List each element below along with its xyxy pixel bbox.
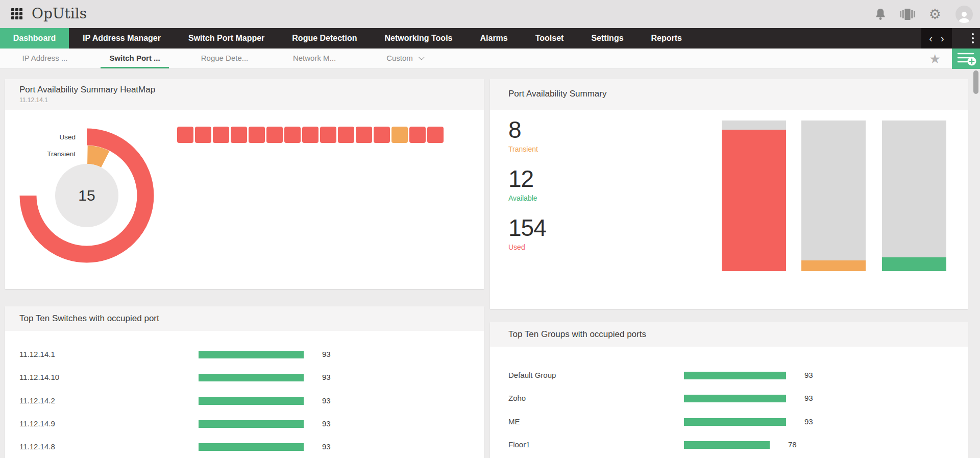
heatmap-cell-2-used bbox=[195, 127, 211, 143]
bar-row-value: 93 bbox=[804, 370, 813, 381]
bar-row-label: 11.12.14.1 bbox=[19, 349, 55, 360]
bar-row-label: 11.12.14.8 bbox=[19, 441, 55, 452]
bar-row-bar bbox=[684, 372, 786, 379]
bar-row-value: 93 bbox=[322, 395, 331, 406]
heatmap-cell-6-used bbox=[266, 127, 283, 143]
bar-row-label: Default Group bbox=[508, 370, 556, 381]
bar-row-bar bbox=[199, 443, 304, 451]
nav-kebab-menu-icon[interactable] bbox=[972, 28, 974, 49]
nav-tab-switch-port-mapper[interactable]: Switch Port Mapper bbox=[175, 28, 278, 49]
nav-next-chevron-icon[interactable]: › bbox=[941, 33, 944, 43]
main-nav-tabs: DashboardIP Address ManagerSwitch Port M… bbox=[0, 28, 696, 49]
bar-row-label: Floor1 bbox=[508, 439, 530, 450]
add-dashboard-button[interactable] bbox=[952, 49, 980, 69]
panel-title: Top Ten Switches with occupied port bbox=[19, 314, 484, 324]
bar-row-value: 93 bbox=[322, 372, 331, 383]
bar-row-bar bbox=[199, 420, 304, 428]
panel-subtitle: 11.12.14.1 bbox=[19, 97, 484, 104]
nav-tab-alarms[interactable]: Alarms bbox=[466, 28, 521, 49]
heatmap-cell-15-used bbox=[427, 127, 444, 143]
bar-row-bar bbox=[199, 374, 304, 381]
nav-tab-ip-address-manager[interactable]: IP Address Manager bbox=[69, 28, 175, 49]
dashboard-subnav-tabs: IP Address ...Switch Port ...Rogue Dete.… bbox=[0, 49, 980, 68]
vbar-fill-used bbox=[722, 130, 786, 271]
heatmap-cell-13-transient bbox=[391, 127, 408, 143]
bar-row-label: 11.12.14.9 bbox=[19, 418, 55, 429]
heatmap-cell-14-used bbox=[409, 127, 426, 143]
heatmap-cell-12-used bbox=[374, 127, 390, 143]
subnav-tab-rogue-dete[interactable]: Rogue Dete... bbox=[180, 49, 270, 68]
vbar-track-transient bbox=[801, 120, 866, 271]
subnav-tab-switch-port[interactable]: Switch Port ... bbox=[90, 49, 180, 68]
nav-prev-chevron-icon[interactable]: ‹ bbox=[929, 33, 933, 43]
vbar-track-used bbox=[722, 120, 786, 271]
heatmap-cells bbox=[177, 127, 444, 143]
donut-legend-transient: Transient bbox=[47, 150, 76, 158]
vbar-fill-transient bbox=[801, 260, 866, 271]
panel-title: Port Availability Summary HeatMap bbox=[19, 85, 484, 95]
heatmap-cell-4-used bbox=[231, 127, 247, 143]
bar-row-11-12-14-9: 11.12.14.993 bbox=[5, 418, 484, 429]
heatmap-cell-3-used bbox=[213, 127, 229, 143]
bar-row-value: 93 bbox=[322, 418, 331, 429]
nav-tab-reports[interactable]: Reports bbox=[638, 28, 696, 49]
summary-vertical-bars bbox=[490, 110, 968, 309]
settings-gear-icon[interactable]: ⚙ bbox=[929, 7, 941, 21]
panel-port-availability-heatmap: Port Availability Summary HeatMap 11.12.… bbox=[5, 79, 484, 289]
bar-row-value: 78 bbox=[788, 439, 797, 450]
bar-row-bar bbox=[684, 441, 770, 449]
bar-row-default-group: Default Group93 bbox=[490, 370, 968, 381]
bar-row-value: 93 bbox=[804, 393, 813, 404]
heatmap-cell-8-used bbox=[302, 127, 318, 143]
vbar-track-available bbox=[882, 120, 946, 271]
nav-tab-settings[interactable]: Settings bbox=[577, 28, 637, 49]
nav-pager: ‹ › bbox=[921, 28, 952, 49]
bar-row-zoho: Zoho93 bbox=[490, 393, 968, 404]
heatmap-cell-1-used bbox=[177, 127, 193, 143]
heatmap-cell-10-used bbox=[338, 127, 354, 143]
bar-row-bar bbox=[684, 418, 786, 426]
heatmap-cell-5-used bbox=[249, 127, 265, 143]
custom-dropdown-chevron-icon bbox=[419, 55, 424, 60]
favorite-star-icon[interactable]: ★ bbox=[929, 52, 941, 66]
bar-row-me: ME93 bbox=[490, 416, 968, 427]
panel-port-availability-summary: Port Availability Summary 8 Transient 12… bbox=[490, 79, 968, 309]
donut-center-total: 15 bbox=[78, 187, 95, 204]
panel-title: Top Ten Groups with occupied ports bbox=[508, 329, 968, 340]
heatmap-cell-9-used bbox=[320, 127, 336, 143]
dashboard-content: Port Availability Summary HeatMap 11.12.… bbox=[0, 69, 980, 458]
bar-row-label: ME bbox=[508, 416, 520, 427]
nav-tab-toolset[interactable]: Toolset bbox=[522, 28, 578, 49]
notifications-bell-icon[interactable] bbox=[875, 8, 886, 20]
switches-bar-list: 11.12.14.19311.12.14.109311.12.14.29311.… bbox=[5, 331, 484, 458]
bar-row-value: 93 bbox=[804, 416, 813, 427]
groups-bar-list: Default Group93Zoho93ME93Floor178 bbox=[490, 347, 968, 458]
bar-row-label: 11.12.14.2 bbox=[19, 395, 55, 406]
bar-row-bar bbox=[684, 395, 786, 402]
bar-row-value: 93 bbox=[322, 441, 331, 452]
main-nav: DashboardIP Address ManagerSwitch Port M… bbox=[0, 28, 980, 49]
heatmap-cell-11-used bbox=[356, 127, 372, 143]
bar-row-value: 93 bbox=[322, 349, 331, 360]
bar-row-floor1: Floor178 bbox=[490, 439, 968, 450]
nav-tab-networking-tools[interactable]: Networking Tools bbox=[371, 28, 466, 49]
user-avatar[interactable] bbox=[955, 6, 973, 23]
subnav-tab-network-m[interactable]: Network M... bbox=[270, 49, 359, 68]
bar-row-11-12-14-1: 11.12.14.193 bbox=[5, 349, 484, 360]
heatmap-cell-7-used bbox=[284, 127, 301, 143]
nav-tab-rogue-detection[interactable]: Rogue Detection bbox=[278, 28, 371, 49]
subnav-tab-ip-address[interactable]: IP Address ... bbox=[0, 49, 90, 68]
subnav-tab-custom[interactable]: Custom bbox=[359, 49, 449, 68]
nav-tab-dashboard[interactable]: Dashboard bbox=[0, 28, 69, 49]
panel-title: Port Availability Summary bbox=[508, 89, 968, 99]
display-wall-icon[interactable] bbox=[900, 9, 915, 20]
vbar-fill-available bbox=[882, 257, 946, 271]
app-logo: OpUtils bbox=[32, 5, 87, 22]
apps-grid-icon[interactable] bbox=[11, 8, 23, 20]
bar-row-label: Zoho bbox=[508, 393, 526, 404]
bar-row-bar bbox=[199, 397, 304, 405]
bar-row-label: 11.12.14.10 bbox=[19, 372, 59, 383]
donut-legend-used: Used bbox=[59, 133, 76, 141]
dashboard-subnav: IP Address ...Switch Port ...Rogue Dete.… bbox=[0, 49, 980, 69]
port-donut-chart: 15UsedTransient bbox=[5, 110, 181, 283]
